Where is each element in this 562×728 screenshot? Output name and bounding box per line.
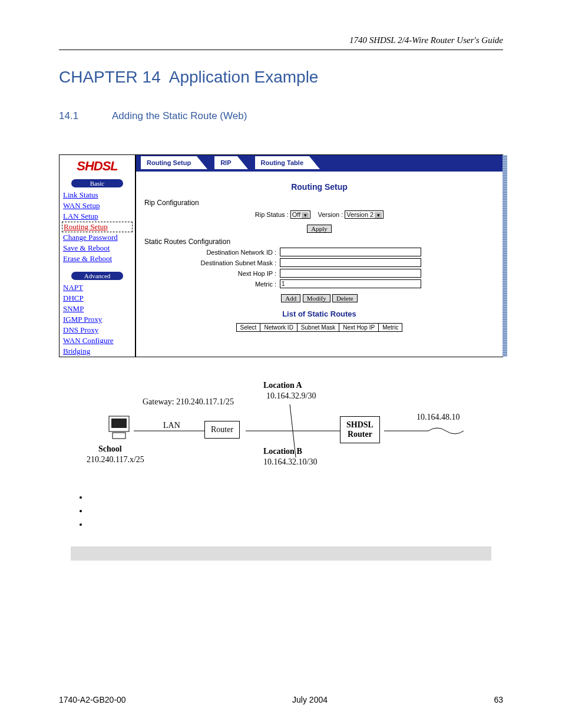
next-hop-input[interactable] bbox=[280, 269, 421, 278]
main-pane: Routing Setup RIP Routing Table Routing … bbox=[135, 154, 503, 357]
section-name: Adding the Static Route (Web) bbox=[112, 110, 247, 121]
sidebar-item-napt[interactable]: NAPT bbox=[59, 282, 135, 293]
version-select[interactable]: Version 2▾ bbox=[345, 210, 384, 219]
sidebar-group-advanced: Advanced bbox=[71, 272, 123, 280]
running-header: 1740 SHDSL 2/4-Wire Router User's Guide bbox=[349, 35, 503, 45]
sidebar-item-igmp-proxy[interactable]: IGMP Proxy bbox=[59, 314, 135, 325]
sidebar-item-link-status[interactable]: Link Status bbox=[59, 190, 135, 200]
list-title: List of Static Routes bbox=[144, 309, 494, 318]
dest-net-input[interactable] bbox=[280, 248, 421, 256]
tab-routing-setup[interactable]: Routing Setup bbox=[141, 156, 197, 169]
header-rule bbox=[59, 50, 503, 50]
static-section-label: Static Routes Configuration bbox=[144, 238, 494, 246]
modify-button[interactable]: Modify bbox=[303, 294, 330, 302]
lan-label: LAN bbox=[163, 421, 180, 430]
delete-button[interactable]: Delete bbox=[332, 294, 358, 302]
th-next-hop: Next Hop IP bbox=[339, 324, 379, 332]
document-page: 1740 SHDSL 2/4-Wire Router User's Guide … bbox=[0, 0, 562, 728]
chevron-down-icon: ▾ bbox=[375, 212, 382, 218]
web-ui-screenshot: SHDSL Basic Link Status WAN Setup LAN Se… bbox=[59, 154, 503, 357]
rip-status-select[interactable]: Off▾ bbox=[290, 210, 310, 219]
sidebar-item-routing-setup[interactable]: Routing Setup bbox=[62, 222, 133, 232]
page-footer: 1740-A2-GB20-00 July 2004 63 bbox=[59, 695, 503, 704]
footer-doc-id: 1740-A2-GB20-00 bbox=[59, 695, 126, 704]
section-number: 14.1 bbox=[59, 110, 112, 122]
dest-mask-label: Destination Subnet Mask : bbox=[144, 259, 280, 266]
sidebar: SHDSL Basic Link Status WAN Setup LAN Se… bbox=[59, 154, 135, 357]
sidebar-item-save-reboot[interactable]: Save & Reboot bbox=[59, 243, 135, 253]
footer-date: July 2004 bbox=[292, 695, 328, 704]
apply-button[interactable]: Apply bbox=[307, 225, 332, 233]
sidebar-item-dns-proxy[interactable]: DNS Proxy bbox=[59, 325, 135, 335]
metric-input[interactable]: 1 bbox=[280, 279, 421, 288]
svg-rect-6 bbox=[111, 419, 127, 428]
logo: SHDSL bbox=[59, 155, 135, 177]
location-a-label: Location A bbox=[263, 381, 302, 390]
th-metric: Metric bbox=[379, 324, 402, 332]
static-routes-table: Select Network ID Subnet Mask Next Hop I… bbox=[236, 323, 403, 332]
school-label: School bbox=[98, 444, 122, 454]
router-box: Router bbox=[204, 421, 240, 439]
tab-routing-table[interactable]: Routing Table bbox=[255, 156, 310, 169]
next-hop-label: Next Hop IP : bbox=[144, 270, 280, 277]
bullet-item bbox=[88, 520, 503, 529]
chapter-title: CHAPTER 14 Application Example bbox=[59, 68, 503, 87]
add-button[interactable]: Add bbox=[281, 294, 300, 302]
tab-rip[interactable]: RIP bbox=[214, 156, 237, 169]
sidebar-group-basic: Basic bbox=[71, 179, 123, 187]
chapter-prefix: CHAPTER 14 bbox=[59, 68, 161, 86]
section-title: 14.1Adding the Static Route (Web) bbox=[59, 110, 503, 122]
sidebar-item-change-password[interactable]: Change Password bbox=[59, 232, 135, 243]
remote-ip: 10.164.48.10 bbox=[416, 413, 460, 422]
th-network-id: Network ID bbox=[260, 324, 297, 332]
location-b-label: Location B bbox=[263, 447, 302, 456]
page-title: Routing Setup bbox=[144, 182, 494, 192]
sidebar-item-lan-setup[interactable]: LAN Setup bbox=[59, 211, 135, 222]
sidebar-item-dhcp[interactable]: DHCP bbox=[59, 293, 135, 304]
chapter-name: Application Example bbox=[169, 68, 319, 86]
svg-rect-7 bbox=[113, 433, 125, 439]
main-body: Routing Setup Rip Configuration Rip Stat… bbox=[136, 172, 503, 337]
bullet-list bbox=[88, 493, 503, 529]
gateway-label: Gateway: 210.240.117.1/25 bbox=[143, 397, 234, 407]
svg-line-2 bbox=[290, 404, 293, 431]
footer-page-number: 63 bbox=[494, 695, 503, 704]
tab-bar: Routing Setup RIP Routing Table bbox=[136, 155, 503, 172]
sidebar-item-snmp[interactable]: SNMP bbox=[59, 304, 135, 314]
th-subnet-mask: Subnet Mask bbox=[297, 324, 339, 332]
location-a-ip: 10.164.32.9/30 bbox=[266, 391, 316, 401]
sidebar-item-wan-configure[interactable]: WAN Configure bbox=[59, 335, 135, 346]
rip-section-label: Rip Configuration bbox=[144, 199, 494, 207]
metric-label: Metric : bbox=[144, 281, 280, 288]
location-b-ip: 10.164.32.10/30 bbox=[263, 457, 317, 467]
bullet-item bbox=[88, 506, 503, 515]
highlight-bar bbox=[71, 546, 491, 561]
sidebar-item-bridging[interactable]: Bridging bbox=[59, 346, 135, 357]
bullet-item bbox=[88, 493, 503, 502]
scrollbar[interactable] bbox=[503, 155, 507, 357]
dest-net-label: Destination Network ID : bbox=[144, 249, 280, 256]
sidebar-item-erase-reboot[interactable]: Erase & Reboot bbox=[59, 253, 135, 264]
sidebar-item-wan-setup[interactable]: WAN Setup bbox=[59, 200, 135, 211]
shdsl-router-box: SHDSL Router bbox=[340, 416, 380, 443]
rip-status-label: Rip Status : bbox=[255, 211, 289, 218]
dest-mask-input[interactable] bbox=[280, 258, 421, 267]
version-label: Version : bbox=[318, 211, 343, 218]
network-diagram: Location A 10.164.32.9/30 Gateway: 210.2… bbox=[87, 375, 475, 475]
th-select: Select bbox=[236, 324, 260, 332]
school-ip: 210.240.117.x/25 bbox=[87, 455, 144, 465]
chevron-down-icon: ▾ bbox=[302, 212, 309, 218]
